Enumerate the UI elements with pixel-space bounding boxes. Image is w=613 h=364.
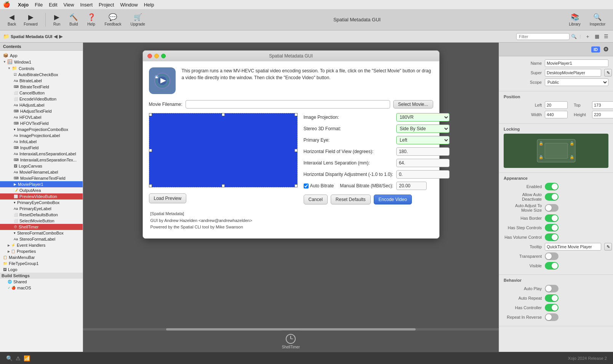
width-input[interactable]	[545, 111, 568, 118]
sidebar-item-hadjustlabel[interactable]: Aa HAdjustLabel	[0, 102, 83, 108]
feedback-button[interactable]: 💬 Feedback	[102, 11, 125, 28]
sidebar-item-inputfield[interactable]: ⌨ InputField	[0, 145, 83, 151]
sidebar-item-mainmenu[interactable]: 📋 MainMenuBar	[0, 254, 83, 260]
hfov-input[interactable]	[396, 147, 450, 156]
sidebar-item-resetbtn[interactable]: ⬜ ResetDefaultsButton	[0, 212, 83, 218]
library-button[interactable]: 📚 Library	[566, 11, 584, 28]
tooltip-input[interactable]	[545, 243, 601, 251]
handle-tm[interactable]	[222, 113, 225, 116]
handle-mr[interactable]	[294, 149, 298, 152]
name-prop-input[interactable]	[545, 59, 608, 67]
sidebar-item-app[interactable]: 📦 App	[0, 52, 83, 59]
top-input[interactable]	[592, 101, 613, 109]
fullscreen-button[interactable]	[161, 54, 166, 58]
sidebar-item-movielabel[interactable]: Aa MovieFilenameLabel	[0, 169, 83, 175]
visible-toggle[interactable]	[545, 262, 559, 270]
sidebar-item-stereoformatlabel[interactable]: Aa StereoFormatLabel	[0, 236, 83, 242]
auto-bitrate-checkbox-label[interactable]: Auto Bitrate	[304, 183, 334, 188]
primary-eye-select[interactable]: Left	[396, 136, 450, 144]
menu-edit[interactable]: Edit	[49, 2, 57, 8]
sidebar-item-logocanvas[interactable]: 🖼 LogoCanvas	[0, 163, 83, 169]
filename-input[interactable]	[186, 100, 390, 109]
repeat-in-reverse-toggle[interactable]	[545, 313, 559, 321]
cancel-button[interactable]: Cancel	[304, 195, 328, 204]
select-movie-button[interactable]: Select Movie...	[393, 100, 433, 109]
filter-input[interactable]	[516, 33, 570, 40]
sidebar-item-infolabel[interactable]: Aa InfoLabel	[0, 139, 83, 145]
scope-prop-select[interactable]: Public	[545, 78, 608, 86]
menu-insert[interactable]: Insert	[80, 2, 93, 8]
manual-bitrate-input[interactable]	[396, 182, 427, 190]
menu-file[interactable]: File	[35, 2, 43, 8]
menu-help[interactable]: Help	[144, 2, 154, 8]
sidebar-item-movietf[interactable]: ⌨ MovieFilenameTextField	[0, 175, 83, 181]
warning-status-icon[interactable]: ⚠	[16, 355, 21, 361]
auto-adjust-toggle[interactable]	[545, 204, 559, 212]
menu-project[interactable]: Project	[99, 2, 114, 8]
sidebar-item-primaryeyecb[interactable]: ▾ PrimaryEyeComboBox	[0, 200, 83, 206]
super-prop-input[interactable]	[545, 69, 601, 77]
sidebar-item-hadjusttf[interactable]: ⌨ HAdjustTextField	[0, 108, 83, 114]
sidebar-item-encodevideobtn[interactable]: ⬜ EncodeVideoButton	[0, 96, 83, 102]
super-edit-button[interactable]: ✎	[604, 69, 612, 77]
inspector-id-icon[interactable]: ID	[591, 46, 600, 53]
run-button[interactable]: ▶ Run	[50, 11, 63, 28]
handle-bm[interactable]	[222, 184, 225, 187]
nav-next-icon[interactable]: ▶	[59, 34, 63, 39]
back-button[interactable]: ◀ Back	[5, 11, 19, 28]
auto-play-toggle[interactable]	[545, 285, 559, 292]
view-toggle-1[interactable]: ▦	[593, 33, 601, 40]
interaxial-input[interactable]	[396, 159, 450, 167]
sidebar-item-controls[interactable]: ▼ 📁 Controls	[0, 65, 83, 72]
sidebar-item-cancelbutton[interactable]: ⬜ CancelButton	[0, 90, 83, 96]
add-button[interactable]: ＋	[584, 32, 592, 41]
handle-bl[interactable]	[149, 184, 152, 187]
sidebar-item-autobitratcheckbox[interactable]: ☑ AutoBitrateCheckBox	[0, 72, 83, 78]
has-volume-control-toggle[interactable]	[545, 233, 559, 241]
has-controller-toggle[interactable]	[545, 304, 559, 311]
sidebar-item-stereoformatcb[interactable]: ▾ StereoFormatComboBox	[0, 230, 83, 236]
has-border-toggle[interactable]	[545, 214, 559, 222]
sidebar-item-selectmoviebtn[interactable]: ⬜ SelectMovieButton	[0, 218, 83, 224]
encode-video-button[interactable]: Encode Video	[374, 195, 412, 204]
handle-tl[interactable]	[149, 113, 152, 116]
auto-bitrate-checkbox[interactable]	[304, 184, 309, 188]
handle-ml[interactable]	[149, 149, 152, 152]
load-preview-button[interactable]: Load Preview	[149, 193, 187, 203]
minimize-button[interactable]	[154, 54, 159, 58]
auto-repeat-toggle[interactable]	[545, 294, 559, 302]
shell-timer-icon[interactable]: ShellTimer	[282, 334, 300, 349]
sidebar-item-previewbtn[interactable]: ⬜ PreviewVideoButton	[0, 193, 83, 200]
sidebar-item-interaxiallabel[interactable]: Aa InteraxialLensSeparationLabel	[0, 151, 83, 157]
sidebar-item-shelltimer[interactable]: ⏱ ShellTimer	[0, 224, 83, 230]
forward-button[interactable]: ▶ Forward	[21, 11, 41, 28]
sidebar-item-outputarea[interactable]: 📝 OutputArea	[0, 187, 83, 193]
sidebar-item-bitratetextfield[interactable]: ⌨ BitrateTextField	[0, 84, 83, 90]
sidebar-item-imageprojcb[interactable]: ▾ ImageProjectionComboBox	[0, 126, 83, 133]
menu-xojo[interactable]: Xojo	[18, 2, 29, 8]
tooltip-edit-button[interactable]: ✎	[604, 243, 612, 251]
sidebar-item-logo[interactable]: 🖼 Logo	[0, 267, 83, 273]
menu-window[interactable]: Window	[120, 2, 138, 8]
sidebar-item-interaxialtf[interactable]: ⌨ InteraxialLensSeparationTex...	[0, 157, 83, 163]
handle-br[interactable]	[294, 184, 298, 187]
enabled-toggle[interactable]	[545, 183, 559, 190]
inspector-gear-icon[interactable]: ⚙	[603, 46, 608, 53]
sidebar-item-imageprojlabel[interactable]: Aa ImageProjectionLabel	[0, 133, 83, 139]
sidebar-item-eventhandlers[interactable]: ▶ ⚡ Event Handlers	[0, 242, 83, 248]
sidebar-item-primaryeyelabel[interactable]: Aa PrimaryEyeLabel	[0, 206, 83, 212]
sidebar-item-hfovtf[interactable]: ⌨ HFOVTextField	[0, 120, 83, 126]
sidebar-item-macos[interactable]: ✓ 🍎 macOS	[0, 285, 83, 291]
sidebar-item-window1[interactable]: ▼ 🪟 Window1	[0, 59, 83, 65]
view-toggle-2[interactable]: ☰	[602, 33, 610, 40]
sidebar-item-filetypegroup[interactable]: 📁 FileTypeGroup1	[0, 260, 83, 267]
sidebar-item-properties[interactable]: ▶ 📋 Properties	[0, 248, 83, 254]
reset-defaults-button[interactable]: Reset Defaults	[331, 195, 371, 204]
search-status-icon[interactable]: 🔍	[6, 355, 13, 361]
has-step-controls-toggle[interactable]	[545, 224, 559, 231]
handle-tr[interactable]	[294, 113, 298, 116]
stereo-format-select[interactable]: Side By Side	[396, 125, 450, 133]
menu-view[interactable]: View	[64, 2, 74, 8]
sidebar-item-shared[interactable]: 🌐 Shared	[0, 279, 83, 285]
left-input[interactable]	[545, 101, 568, 109]
